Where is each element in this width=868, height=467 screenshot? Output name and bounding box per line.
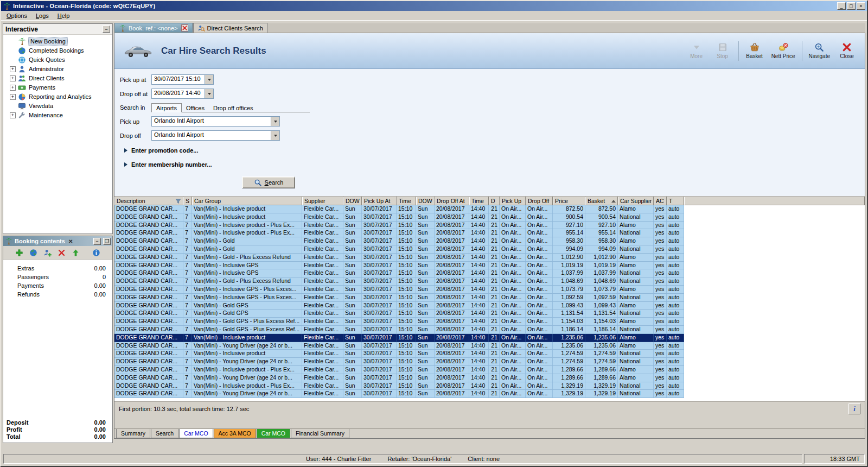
- bottom-tab-summary[interactable]: Summary: [116, 429, 150, 438]
- table-row[interactable]: DODGE GRAND CAR...7Van(Mini) - Gold - Pl…: [114, 254, 684, 262]
- delete-button[interactable]: [57, 248, 67, 257]
- add-item-button[interactable]: [15, 248, 24, 257]
- info-button[interactable]: [92, 248, 101, 257]
- booking-restore-button[interactable]: ❐: [103, 238, 111, 245]
- collapse-panel-button[interactable]: −: [103, 26, 110, 33]
- expand-icon[interactable]: +: [10, 66, 16, 72]
- nett-price-button[interactable]: Nett Price: [770, 41, 796, 60]
- minimize-button[interactable]: _: [837, 2, 846, 10]
- bottom-tab-financial-summary[interactable]: Financial Summary: [291, 429, 349, 438]
- close-window-button[interactable]: ×: [857, 2, 865, 10]
- sidebar-item-payments[interactable]: +Payments: [3, 83, 112, 92]
- navigate-button[interactable]: Navigate: [808, 41, 831, 60]
- info-button[interactable]: i: [848, 403, 860, 414]
- bottom-tab-acc-3a-mco[interactable]: Acc 3A MCO: [214, 429, 256, 438]
- column-header-car-group[interactable]: Car Group: [192, 197, 302, 205]
- pickup-dropdown-button[interactable]: [271, 117, 279, 126]
- table-row[interactable]: DODGE GRAND CAR...7Van(Mini) - Young Dri…: [114, 342, 684, 350]
- tab-close-icon[interactable]: [181, 24, 188, 31]
- column-header-ac[interactable]: AC: [654, 197, 667, 205]
- sidebar-item-new-booking[interactable]: New Booking: [3, 37, 112, 46]
- search-button[interactable]: Search: [242, 176, 295, 188]
- tab-book-ref-none[interactable]: Book. ref.: <none>: [114, 23, 193, 33]
- sidebar-item-maintenance[interactable]: +Maintenance: [3, 111, 112, 120]
- dropoff-at-combo[interactable]: 20/08/2017 14:40: [151, 89, 214, 99]
- expand-icon[interactable]: +: [10, 94, 16, 100]
- table-row[interactable]: DODGE GRAND CAR...7Van(Mini) - Young Dri…: [114, 390, 684, 398]
- menu-item-help[interactable]: Help: [53, 11, 74, 20]
- sidebar-item-direct-clients[interactable]: +Direct Clients: [3, 74, 112, 83]
- table-row[interactable]: DODGE GRAND CAR...7Van(Mini) - Gold GPS …: [114, 326, 684, 334]
- column-header-d[interactable]: D: [489, 197, 500, 205]
- sidebar-item-quick-quotes[interactable]: Quick Quotes: [3, 55, 112, 65]
- menu-item-logs[interactable]: Logs: [31, 11, 53, 20]
- column-header-s[interactable]: S: [183, 197, 192, 205]
- move-up-button[interactable]: [71, 248, 81, 257]
- search-in-tab-airports[interactable]: Airports: [151, 103, 182, 112]
- column-header-price[interactable]: Price: [553, 197, 585, 205]
- dropoff-combo[interactable]: Orlando Intl Airport: [151, 130, 280, 141]
- table-row[interactable]: DODGE GRAND CAR...7Van(Mini) - Inclusive…: [114, 205, 684, 213]
- expand-icon[interactable]: +: [10, 112, 16, 118]
- column-header-dow[interactable]: DOW: [416, 197, 435, 205]
- column-header-drop-off[interactable]: Drop Off: [526, 197, 553, 205]
- table-row[interactable]: DODGE GRAND CAR...7Van(Mini) - Inclusive…: [114, 294, 684, 302]
- bottom-tab-search[interactable]: Search: [151, 429, 178, 438]
- booking-contents-close-icon[interactable]: ✕: [67, 238, 74, 244]
- column-header-description[interactable]: Description: [114, 197, 183, 205]
- column-header-basket[interactable]: Basket: [585, 197, 618, 205]
- column-header-pick-up[interactable]: Pick Up: [500, 197, 526, 205]
- table-row[interactable]: DODGE GRAND CAR...7Van(Mini) - Inclusive…: [114, 269, 684, 277]
- column-header-dow[interactable]: DOW: [343, 197, 362, 205]
- expand-icon[interactable]: +: [10, 75, 16, 81]
- table-row[interactable]: DODGE GRAND CAR...7Van(Mini) - GoldFlexi…: [114, 237, 684, 245]
- table-row[interactable]: DODGE GRAND CAR...7Van(Mini) - Gold GPS …: [114, 318, 684, 326]
- table-row[interactable]: DODGE GRAND CAR...7Van(Mini) - GoldFlexi…: [114, 245, 684, 254]
- bottom-tab-car-mco[interactable]: Car MCO: [257, 429, 290, 438]
- table-row[interactable]: DODGE GRAND CAR...7Van(Mini) - Inclusive…: [114, 222, 684, 230]
- search-in-tab-drop-off-offices[interactable]: Drop off offices: [209, 104, 258, 112]
- table-row[interactable]: DODGE GRAND CAR...7Van(Mini) - Inclusive…: [114, 229, 684, 237]
- promotion-code-expander[interactable]: Enter promotion code...: [124, 146, 865, 155]
- table-row[interactable]: DODGE GRAND CAR...7Van(Mini) - Young Dri…: [114, 358, 684, 366]
- dropoff-at-dropdown-button[interactable]: [205, 89, 213, 98]
- table-row[interactable]: DODGE GRAND CAR...7Van(Mini) - Inclusive…: [114, 262, 684, 270]
- membership-number-expander[interactable]: Enter membership number...: [124, 160, 865, 169]
- table-row[interactable]: DODGE GRAND CAR...7Van(Mini) - Inclusive…: [114, 382, 684, 390]
- column-header-supplier[interactable]: Supplier: [302, 197, 343, 205]
- quote-globe-button[interactable]: [29, 248, 39, 257]
- column-header-car-supplier[interactable]: Car Supplier: [618, 197, 654, 205]
- column-header-time[interactable]: Time: [397, 197, 416, 205]
- column-header-t[interactable]: T: [667, 197, 684, 205]
- bottom-tab-car-mco[interactable]: Car MCO: [179, 429, 213, 438]
- table-row[interactable]: DODGE GRAND CAR...7Van(Mini) - Inclusive…: [114, 334, 684, 342]
- table-row[interactable]: DODGE GRAND CAR...7Van(Mini) - Inclusive…: [114, 350, 684, 358]
- pickup-at-combo[interactable]: 30/07/2017 15:10: [151, 74, 214, 85]
- booking-minimize-button[interactable]: −: [93, 238, 101, 245]
- sidebar-item-reporting-and-analytics[interactable]: +Reporting and Analytics: [3, 92, 112, 102]
- pickup-at-dropdown-button[interactable]: [205, 75, 213, 84]
- table-row[interactable]: DODGE GRAND CAR...7Van(Mini) - Young Dri…: [114, 374, 684, 382]
- table-row[interactable]: DODGE GRAND CAR...7Van(Mini) - Gold - Pl…: [114, 277, 684, 286]
- close-button[interactable]: Close: [837, 41, 857, 60]
- sidebar-item-completed-bookings[interactable]: Completed Bookings: [3, 46, 112, 55]
- search-in-tab-offices[interactable]: Offices: [182, 104, 209, 112]
- column-header-time[interactable]: Time: [469, 197, 489, 205]
- maximize-button[interactable]: □: [847, 2, 856, 10]
- sidebar-item-administrator[interactable]: +Administrator: [3, 65, 112, 74]
- column-header-pick-up-at[interactable]: Pick Up At: [362, 197, 397, 205]
- pickup-combo[interactable]: Orlando Intl Airport: [151, 116, 280, 127]
- filter-icon[interactable]: [175, 198, 181, 204]
- tab-direct-clients-search[interactable]: Direct Clients Search: [193, 23, 267, 33]
- basket-button[interactable]: Basket: [744, 41, 765, 60]
- expand-icon[interactable]: +: [10, 85, 16, 91]
- table-row[interactable]: DODGE GRAND CAR...7Van(Mini) - Inclusive…: [114, 213, 684, 222]
- sidebar-item-viewdata[interactable]: Viewdata: [3, 102, 112, 111]
- menu-item-options[interactable]: Options: [2, 11, 31, 20]
- add-passenger-button[interactable]: [43, 248, 53, 257]
- table-row[interactable]: DODGE GRAND CAR...7Van(Mini) - Gold GPSF…: [114, 310, 684, 318]
- table-row[interactable]: DODGE GRAND CAR...7Van(Mini) - Inclusive…: [114, 286, 684, 294]
- stop-button[interactable]: Stop: [712, 41, 733, 60]
- table-row[interactable]: DODGE GRAND CAR...7Van(Mini) - Inclusive…: [114, 366, 684, 374]
- table-row[interactable]: DODGE GRAND CAR...7Van(Mini) - Gold GPSF…: [114, 302, 684, 310]
